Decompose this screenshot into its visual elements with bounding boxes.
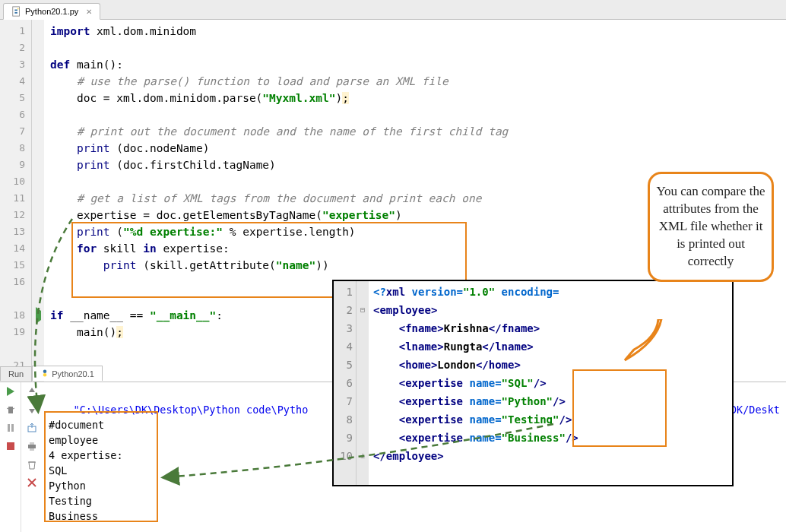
trash-icon[interactable] (26, 458, 38, 470)
run-toolbar-secondary (21, 382, 43, 532)
python-file-icon (40, 369, 49, 378)
svg-point-1 (17, 8, 19, 10)
svg-rect-8 (11, 424, 14, 432)
run-gutter-icon[interactable] (36, 307, 41, 324)
tab-label: Python20.1.py (25, 7, 78, 16)
fold-gutter (32, 20, 44, 382)
file-tab[interactable]: Python20.1.py ✕ (3, 3, 100, 20)
run-toolbar (0, 382, 21, 532)
svg-rect-11 (28, 445, 36, 448)
svg-rect-4 (8, 407, 13, 413)
svg-rect-13 (30, 448, 34, 451)
comment: # get a list of XML tags from the docume… (50, 192, 481, 204)
run-tool-tab[interactable]: Run (0, 366, 32, 381)
console-line: Business (49, 510, 98, 522)
console-line: 4 expertise: (49, 449, 123, 461)
svg-line-5 (7, 408, 8, 409)
console-line: Testing (49, 495, 92, 507)
play-icon[interactable] (5, 385, 17, 397)
svg-rect-9 (7, 442, 14, 450)
console-line: SQL (49, 464, 67, 477)
run-config-tab[interactable]: Python20.1 (32, 366, 103, 381)
svg-point-3 (43, 373, 47, 377)
xml-fold-gutter: ⊟⊥ (357, 281, 369, 485)
svg-line-6 (13, 408, 14, 409)
pause-icon[interactable] (5, 422, 17, 434)
python-file-icon (11, 6, 22, 17)
export-icon[interactable] (26, 422, 38, 434)
close-icon[interactable] (26, 477, 38, 489)
stop-icon[interactable] (5, 440, 17, 452)
console-line: employee (49, 434, 98, 446)
step-down-icon[interactable] (26, 404, 38, 416)
console-path-right: DK/Deskt (731, 402, 780, 417)
svg-point-2 (43, 370, 47, 374)
comment: # use the parse() function to load and p… (50, 75, 448, 87)
line-number-gutter: 12345678910111213141516181921 (0, 20, 32, 382)
callout-annotation: You can compare the attributes from the … (648, 172, 774, 282)
step-up-icon[interactable] (26, 385, 38, 397)
xml-line-numbers: 12345678910 (334, 281, 357, 485)
svg-rect-7 (8, 424, 10, 432)
keyword: import (50, 25, 90, 37)
xml-code: <?xml version="1.0" encoding= <employee>… (369, 281, 732, 485)
xml-preview: 12345678910 ⊟⊥ <?xml version="1.0" encod… (332, 280, 734, 486)
console-path: "C:\Users\DK\Desktop\Python code\Pytho (74, 404, 309, 416)
console-line: Python (49, 480, 86, 492)
print-icon[interactable] (26, 440, 38, 452)
debug-icon[interactable] (5, 404, 17, 416)
svg-rect-12 (30, 442, 34, 445)
console-line: #document (49, 419, 104, 431)
comment: # print out the document node and the na… (50, 125, 508, 138)
keyword: def (50, 59, 70, 71)
svg-rect-0 (13, 7, 20, 16)
close-icon[interactable]: ✕ (86, 8, 92, 16)
